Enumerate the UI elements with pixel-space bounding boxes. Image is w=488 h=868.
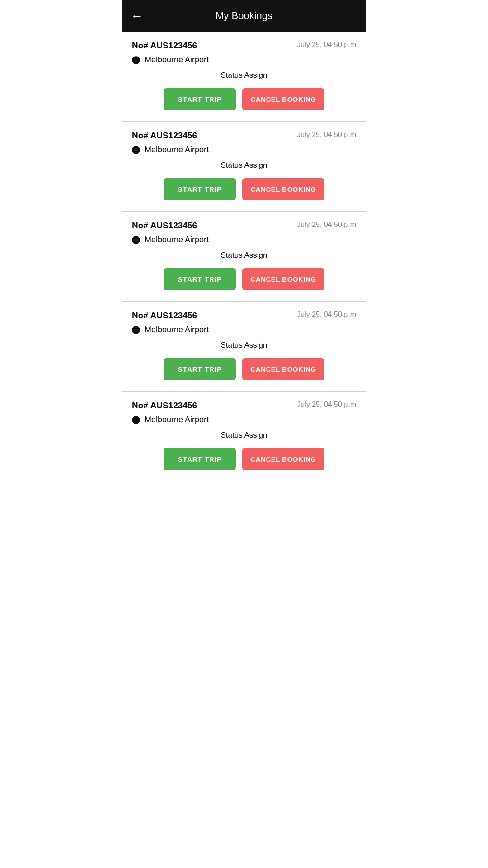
cancel-booking-button[interactable]: CANCEL BOOKING [242, 178, 324, 200]
booking-number: No# AUS123456 [132, 221, 197, 231]
booking-actions: START TRIP CANCEL BOOKING [132, 358, 356, 380]
location-dot-icon [132, 416, 140, 424]
booking-status: Status Assign [132, 341, 356, 350]
booking-number: No# AUS123456 [132, 41, 197, 51]
booking-date: July 25, 04:50 p.m [297, 311, 356, 319]
booking-location: Melbourne Airport [132, 145, 356, 155]
booking-status: Status Assign [132, 71, 356, 80]
booking-date: July 25, 04:50 p.m [297, 131, 356, 139]
start-trip-button[interactable]: START TRIP [164, 448, 236, 470]
booking-date: July 25, 04:50 p.m [297, 221, 356, 229]
location-name: Melbourne Airport [145, 235, 209, 245]
booking-card: No# AUS123456 July 25, 04:50 p.m Melbour… [122, 392, 366, 481]
location-dot-icon [132, 146, 140, 154]
booking-actions: START TRIP CANCEL BOOKING [132, 448, 356, 470]
booking-header: No# AUS123456 July 25, 04:50 p.m [132, 401, 356, 410]
booking-actions: START TRIP CANCEL BOOKING [132, 178, 356, 200]
location-name: Melbourne Airport [145, 55, 209, 65]
booking-header: No# AUS123456 July 25, 04:50 p.m [132, 311, 356, 321]
start-trip-button[interactable]: START TRIP [164, 268, 236, 290]
location-name: Melbourne Airport [145, 415, 209, 425]
booking-number: No# AUS123456 [132, 311, 197, 321]
cancel-booking-button[interactable]: CANCEL BOOKING [242, 448, 324, 470]
booking-location: Melbourne Airport [132, 415, 356, 425]
booking-actions: START TRIP CANCEL BOOKING [132, 88, 356, 110]
booking-location: Melbourne Airport [132, 235, 356, 245]
page-title: My Bookings [216, 10, 272, 22]
cancel-booking-button[interactable]: CANCEL BOOKING [242, 358, 324, 380]
start-trip-button[interactable]: START TRIP [164, 88, 236, 110]
booking-number: No# AUS123456 [132, 401, 197, 410]
booking-status: Status Assign [132, 431, 356, 440]
cancel-booking-button[interactable]: CANCEL BOOKING [242, 268, 324, 290]
cancel-booking-button[interactable]: CANCEL BOOKING [242, 88, 324, 110]
booking-list: No# AUS123456 July 25, 04:50 p.m Melbour… [122, 32, 366, 481]
booking-status: Status Assign [132, 251, 356, 260]
booking-card: No# AUS123456 July 25, 04:50 p.m Melbour… [122, 302, 366, 392]
back-button[interactable]: ← [131, 10, 143, 22]
start-trip-button[interactable]: START TRIP [164, 178, 236, 200]
location-dot-icon [132, 326, 140, 334]
booking-card: No# AUS123456 July 25, 04:50 p.m Melbour… [122, 212, 366, 302]
start-trip-button[interactable]: START TRIP [164, 358, 236, 380]
booking-header: No# AUS123456 July 25, 04:50 p.m [132, 41, 356, 51]
booking-date: July 25, 04:50 p.m [297, 401, 356, 409]
app-header: ← My Bookings [122, 0, 366, 32]
location-dot-icon [132, 56, 140, 64]
location-name: Melbourne Airport [145, 325, 209, 335]
booking-header: No# AUS123456 July 25, 04:50 p.m [132, 131, 356, 141]
booking-actions: START TRIP CANCEL BOOKING [132, 268, 356, 290]
booking-location: Melbourne Airport [132, 55, 356, 65]
booking-card: No# AUS123456 July 25, 04:50 p.m Melbour… [122, 32, 366, 122]
booking-number: No# AUS123456 [132, 131, 197, 141]
booking-header: No# AUS123456 July 25, 04:50 p.m [132, 221, 356, 231]
booking-location: Melbourne Airport [132, 325, 356, 335]
location-name: Melbourne Airport [145, 145, 209, 155]
booking-status: Status Assign [132, 161, 356, 170]
booking-card: No# AUS123456 July 25, 04:50 p.m Melbour… [122, 122, 366, 212]
location-dot-icon [132, 236, 140, 244]
booking-date: July 25, 04:50 p.m [297, 41, 356, 49]
